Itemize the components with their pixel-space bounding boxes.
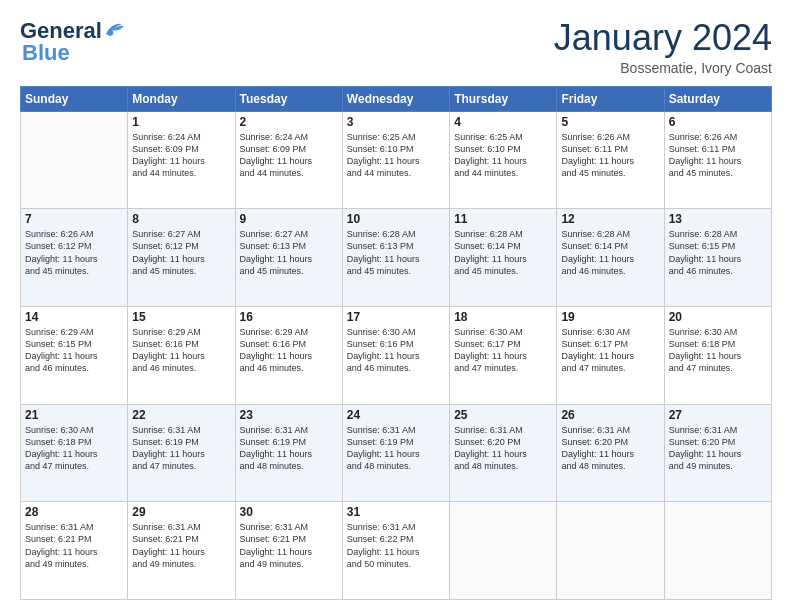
day-number: 28: [25, 505, 123, 519]
day-info: Sunrise: 6:31 AMSunset: 6:19 PMDaylight:…: [347, 424, 445, 473]
day-info: Sunrise: 6:28 AMSunset: 6:14 PMDaylight:…: [561, 228, 659, 277]
day-number: 11: [454, 212, 552, 226]
table-row: 6Sunrise: 6:26 AMSunset: 6:11 PMDaylight…: [664, 111, 771, 209]
day-number: 18: [454, 310, 552, 324]
day-info: Sunrise: 6:27 AMSunset: 6:12 PMDaylight:…: [132, 228, 230, 277]
table-row: 29Sunrise: 6:31 AMSunset: 6:21 PMDayligh…: [128, 502, 235, 600]
table-row: 7Sunrise: 6:26 AMSunset: 6:12 PMDaylight…: [21, 209, 128, 307]
logo: General Blue: [20, 18, 126, 66]
day-info: Sunrise: 6:28 AMSunset: 6:15 PMDaylight:…: [669, 228, 767, 277]
day-info: Sunrise: 6:31 AMSunset: 6:20 PMDaylight:…: [454, 424, 552, 473]
day-number: 24: [347, 408, 445, 422]
day-info: Sunrise: 6:30 AMSunset: 6:17 PMDaylight:…: [454, 326, 552, 375]
day-number: 17: [347, 310, 445, 324]
day-info: Sunrise: 6:31 AMSunset: 6:20 PMDaylight:…: [561, 424, 659, 473]
table-row: 4Sunrise: 6:25 AMSunset: 6:10 PMDaylight…: [450, 111, 557, 209]
day-info: Sunrise: 6:31 AMSunset: 6:21 PMDaylight:…: [240, 521, 338, 570]
day-info: Sunrise: 6:30 AMSunset: 6:16 PMDaylight:…: [347, 326, 445, 375]
th-friday: Friday: [557, 86, 664, 111]
day-number: 10: [347, 212, 445, 226]
calendar-week-row: 21Sunrise: 6:30 AMSunset: 6:18 PMDayligh…: [21, 404, 772, 502]
page: General Blue January 2024 Bossematie, Iv…: [0, 0, 792, 612]
day-number: 3: [347, 115, 445, 129]
day-info: Sunrise: 6:31 AMSunset: 6:21 PMDaylight:…: [25, 521, 123, 570]
calendar-week-row: 28Sunrise: 6:31 AMSunset: 6:21 PMDayligh…: [21, 502, 772, 600]
day-info: Sunrise: 6:25 AMSunset: 6:10 PMDaylight:…: [347, 131, 445, 180]
day-number: 14: [25, 310, 123, 324]
table-row: 21Sunrise: 6:30 AMSunset: 6:18 PMDayligh…: [21, 404, 128, 502]
th-sunday: Sunday: [21, 86, 128, 111]
day-number: 30: [240, 505, 338, 519]
subtitle: Bossematie, Ivory Coast: [554, 60, 772, 76]
day-info: Sunrise: 6:30 AMSunset: 6:18 PMDaylight:…: [25, 424, 123, 473]
day-number: 8: [132, 212, 230, 226]
day-info: Sunrise: 6:26 AMSunset: 6:11 PMDaylight:…: [669, 131, 767, 180]
th-saturday: Saturday: [664, 86, 771, 111]
th-wednesday: Wednesday: [342, 86, 449, 111]
table-row: 10Sunrise: 6:28 AMSunset: 6:13 PMDayligh…: [342, 209, 449, 307]
table-row: 2Sunrise: 6:24 AMSunset: 6:09 PMDaylight…: [235, 111, 342, 209]
table-row: 5Sunrise: 6:26 AMSunset: 6:11 PMDaylight…: [557, 111, 664, 209]
th-monday: Monday: [128, 86, 235, 111]
day-number: 7: [25, 212, 123, 226]
table-row: 11Sunrise: 6:28 AMSunset: 6:14 PMDayligh…: [450, 209, 557, 307]
day-number: 5: [561, 115, 659, 129]
calendar-table: Sunday Monday Tuesday Wednesday Thursday…: [20, 86, 772, 600]
calendar-week-row: 1Sunrise: 6:24 AMSunset: 6:09 PMDaylight…: [21, 111, 772, 209]
day-info: Sunrise: 6:31 AMSunset: 6:22 PMDaylight:…: [347, 521, 445, 570]
th-thursday: Thursday: [450, 86, 557, 111]
month-title: January 2024: [554, 18, 772, 58]
table-row: 8Sunrise: 6:27 AMSunset: 6:12 PMDaylight…: [128, 209, 235, 307]
header: General Blue January 2024 Bossematie, Iv…: [20, 18, 772, 76]
table-row: 27Sunrise: 6:31 AMSunset: 6:20 PMDayligh…: [664, 404, 771, 502]
day-info: Sunrise: 6:29 AMSunset: 6:16 PMDaylight:…: [240, 326, 338, 375]
day-number: 21: [25, 408, 123, 422]
day-number: 16: [240, 310, 338, 324]
table-row: [664, 502, 771, 600]
day-number: 4: [454, 115, 552, 129]
table-row: 12Sunrise: 6:28 AMSunset: 6:14 PMDayligh…: [557, 209, 664, 307]
calendar-week-row: 7Sunrise: 6:26 AMSunset: 6:12 PMDaylight…: [21, 209, 772, 307]
logo-blue: Blue: [20, 40, 70, 66]
table-row: 13Sunrise: 6:28 AMSunset: 6:15 PMDayligh…: [664, 209, 771, 307]
day-info: Sunrise: 6:31 AMSunset: 6:19 PMDaylight:…: [132, 424, 230, 473]
table-row: 9Sunrise: 6:27 AMSunset: 6:13 PMDaylight…: [235, 209, 342, 307]
logo-bird-icon: [104, 20, 126, 38]
day-info: Sunrise: 6:30 AMSunset: 6:18 PMDaylight:…: [669, 326, 767, 375]
table-row: [450, 502, 557, 600]
day-number: 9: [240, 212, 338, 226]
table-row: 30Sunrise: 6:31 AMSunset: 6:21 PMDayligh…: [235, 502, 342, 600]
table-row: 15Sunrise: 6:29 AMSunset: 6:16 PMDayligh…: [128, 306, 235, 404]
th-tuesday: Tuesday: [235, 86, 342, 111]
day-info: Sunrise: 6:29 AMSunset: 6:15 PMDaylight:…: [25, 326, 123, 375]
day-number: 6: [669, 115, 767, 129]
day-number: 26: [561, 408, 659, 422]
day-info: Sunrise: 6:31 AMSunset: 6:20 PMDaylight:…: [669, 424, 767, 473]
day-number: 22: [132, 408, 230, 422]
table-row: [21, 111, 128, 209]
day-info: Sunrise: 6:26 AMSunset: 6:11 PMDaylight:…: [561, 131, 659, 180]
table-row: 14Sunrise: 6:29 AMSunset: 6:15 PMDayligh…: [21, 306, 128, 404]
table-row: 1Sunrise: 6:24 AMSunset: 6:09 PMDaylight…: [128, 111, 235, 209]
day-number: 31: [347, 505, 445, 519]
table-row: 24Sunrise: 6:31 AMSunset: 6:19 PMDayligh…: [342, 404, 449, 502]
table-row: 19Sunrise: 6:30 AMSunset: 6:17 PMDayligh…: [557, 306, 664, 404]
day-number: 20: [669, 310, 767, 324]
day-info: Sunrise: 6:29 AMSunset: 6:16 PMDaylight:…: [132, 326, 230, 375]
day-info: Sunrise: 6:25 AMSunset: 6:10 PMDaylight:…: [454, 131, 552, 180]
table-row: 20Sunrise: 6:30 AMSunset: 6:18 PMDayligh…: [664, 306, 771, 404]
day-number: 25: [454, 408, 552, 422]
header-row: Sunday Monday Tuesday Wednesday Thursday…: [21, 86, 772, 111]
day-info: Sunrise: 6:24 AMSunset: 6:09 PMDaylight:…: [240, 131, 338, 180]
day-number: 29: [132, 505, 230, 519]
day-info: Sunrise: 6:28 AMSunset: 6:13 PMDaylight:…: [347, 228, 445, 277]
day-info: Sunrise: 6:30 AMSunset: 6:17 PMDaylight:…: [561, 326, 659, 375]
day-info: Sunrise: 6:27 AMSunset: 6:13 PMDaylight:…: [240, 228, 338, 277]
table-row: 26Sunrise: 6:31 AMSunset: 6:20 PMDayligh…: [557, 404, 664, 502]
day-number: 12: [561, 212, 659, 226]
day-number: 23: [240, 408, 338, 422]
table-row: 23Sunrise: 6:31 AMSunset: 6:19 PMDayligh…: [235, 404, 342, 502]
day-number: 2: [240, 115, 338, 129]
table-row: 3Sunrise: 6:25 AMSunset: 6:10 PMDaylight…: [342, 111, 449, 209]
day-info: Sunrise: 6:31 AMSunset: 6:19 PMDaylight:…: [240, 424, 338, 473]
